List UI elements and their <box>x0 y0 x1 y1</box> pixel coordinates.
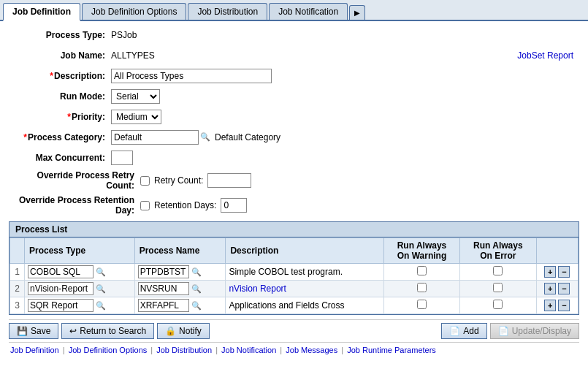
tab-job-distribution[interactable]: Job Distribution <box>188 3 267 20</box>
save-icon: 💾 <box>17 326 28 336</box>
row2-actions-cell: + − <box>536 281 578 297</box>
notify-label: Notify <box>179 326 202 336</box>
row2-process-type-cell: 🔍 <box>25 281 135 297</box>
process-category-row: Process Category: 🔍 Default Category <box>9 129 579 145</box>
return-icon: ↩ <box>69 326 77 336</box>
row3-process-name-cell: 🔍 <box>134 297 226 314</box>
process-list-section: Process List Process Type Process Name D… <box>9 221 579 315</box>
process-category-search-icon[interactable]: 🔍 <box>200 132 210 142</box>
row1-actions-cell: + − <box>536 264 578 281</box>
col-actions <box>536 238 578 264</box>
row2-run-always-warning-checkbox[interactable] <box>417 283 427 292</box>
footer-link-job-definition[interactable]: Job Definition <box>10 346 59 354</box>
footer-links: Job Definition | Job Definition Options … <box>9 342 579 356</box>
process-table: Process Type Process Name Description Ru… <box>9 237 579 314</box>
row3-add-button[interactable]: + <box>544 300 556 311</box>
tabs-overflow-arrow[interactable]: ▶ <box>349 5 365 20</box>
process-category-text: Default Category <box>215 132 280 142</box>
row2-description-cell: nVision Report <box>226 281 383 297</box>
row3-process-name-search-icon[interactable]: 🔍 <box>191 301 202 310</box>
row2-add-button[interactable]: + <box>544 283 556 294</box>
row1-warning-cell <box>383 264 459 281</box>
jobset-report-link[interactable]: JobSet Report <box>517 50 573 61</box>
row3-process-type-cell: 🔍 <box>25 297 135 314</box>
override-retry-checkbox[interactable] <box>140 176 150 186</box>
row2-remove-button[interactable]: − <box>558 283 570 294</box>
row-num-1: 1 <box>10 264 25 281</box>
process-type-value: PSJob <box>111 30 137 40</box>
override-retention-row: Override Process Retention Day: Retentio… <box>9 195 579 216</box>
row1-process-name-input[interactable] <box>138 265 189 278</box>
notify-button[interactable]: 🔒 Notify <box>157 323 210 339</box>
row3-actions-cell: + − <box>536 297 578 314</box>
save-label: Save <box>31 326 50 336</box>
return-to-search-button[interactable]: ↩ Return to Search <box>61 323 154 339</box>
description-input[interactable] <box>111 69 272 83</box>
override-retention-checkbox[interactable] <box>140 201 150 210</box>
save-button[interactable]: 💾 Save <box>9 323 58 339</box>
row1-process-type-input[interactable] <box>28 265 93 278</box>
row2-process-type-search-icon[interactable]: 🔍 <box>96 284 106 293</box>
run-mode-label: Run Mode: <box>9 91 111 102</box>
override-retry-label: Override Process Retry Count: <box>9 170 140 191</box>
col-run-always-error: Run AlwaysOn Error <box>460 238 536 264</box>
row3-process-type-search-icon[interactable]: 🔍 <box>96 301 106 310</box>
update-display-button[interactable]: 📄 Update/Display <box>490 323 579 339</box>
row3-run-always-error-checkbox[interactable] <box>493 300 503 309</box>
retry-count-input[interactable] <box>207 173 251 188</box>
override-retention-label: Override Process Retention Day: <box>9 195 140 216</box>
row1-process-name-search-icon[interactable]: 🔍 <box>191 267 202 276</box>
app-container: Job Definition Job Definition Options Jo… <box>0 0 588 362</box>
table-row: 3 🔍 🔍 Applications and Fields Cross <box>10 297 579 314</box>
run-mode-select[interactable]: Serial Parallel <box>111 89 160 104</box>
max-concurrent-label: Max Concurrent: <box>9 153 111 163</box>
row3-remove-button[interactable]: − <box>558 300 570 311</box>
priority-select[interactable]: Low Medium High <box>111 110 161 124</box>
tab-job-notification[interactable]: Job Notification <box>269 3 348 20</box>
footer-link-job-notification[interactable]: Job Notification <box>221 346 276 354</box>
row2-process-type-input[interactable] <box>28 282 93 295</box>
col-process-name: Process Name <box>134 238 226 264</box>
max-concurrent-input[interactable] <box>111 151 133 165</box>
job-name-label: Job Name: <box>9 50 111 61</box>
col-process-type: Process Type <box>25 238 135 264</box>
row3-error-cell <box>460 297 536 314</box>
tab-job-definition[interactable]: Job Definition <box>3 3 80 21</box>
add-button[interactable]: 📄 Add <box>441 323 486 339</box>
process-category-input[interactable] <box>111 130 199 145</box>
footer-link-job-messages[interactable]: Job Messages <box>286 346 337 354</box>
row1-process-type-cell: 🔍 <box>25 264 135 281</box>
retention-days-label: Retention Days: <box>154 200 216 210</box>
row2-description-link[interactable]: nVision Report <box>229 284 286 294</box>
tabs-bar: Job Definition Job Definition Options Jo… <box>0 0 588 21</box>
row3-process-type-input[interactable] <box>28 299 93 312</box>
row1-add-button[interactable]: + <box>544 266 556 278</box>
row2-process-name-input[interactable] <box>138 282 189 295</box>
row2-run-always-error-checkbox[interactable] <box>493 283 503 292</box>
table-row: 1 🔍 🔍 Simple COBOL test program. <box>10 264 579 281</box>
jobset-report-area: JobSet Report <box>517 50 573 61</box>
row3-process-name-input[interactable] <box>138 299 189 312</box>
job-name-value: ALLTYPES <box>111 50 155 61</box>
bottom-bar: 💾 Save ↩ Return to Search 🔒 Notify 📄 Add <box>9 319 579 342</box>
retention-days-input[interactable] <box>221 198 247 213</box>
add-icon: 📄 <box>449 326 460 336</box>
row3-run-always-warning-checkbox[interactable] <box>417 300 427 309</box>
process-type-row: Process Type: PSJob <box>9 27 579 43</box>
update-display-icon: 📄 <box>498 326 509 336</box>
priority-row: Priority: Low Medium High <box>9 109 579 125</box>
row2-process-name-search-icon[interactable]: 🔍 <box>191 284 202 293</box>
row3-description-cell: Applications and Fields Cross <box>226 297 383 314</box>
retry-count-label: Retry Count: <box>154 175 203 186</box>
row3-description-text: Applications and Fields Cross <box>229 300 344 311</box>
footer-link-job-runtime-parameters[interactable]: Job Runtime Parameters <box>347 346 436 354</box>
tab-job-definition-options[interactable]: Job Definition Options <box>82 3 186 20</box>
row1-process-type-search-icon[interactable]: 🔍 <box>96 267 106 276</box>
row1-run-always-error-checkbox[interactable] <box>493 266 503 275</box>
btn-group-right: 📄 Add 📄 Update/Display <box>441 323 579 339</box>
row1-remove-button[interactable]: − <box>558 266 570 278</box>
footer-link-job-distribution[interactable]: Job Distribution <box>156 346 212 354</box>
row1-run-always-warning-checkbox[interactable] <box>417 266 427 275</box>
footer-link-job-definition-options[interactable]: Job Definition Options <box>69 346 148 354</box>
description-row: Description: <box>9 68 579 84</box>
